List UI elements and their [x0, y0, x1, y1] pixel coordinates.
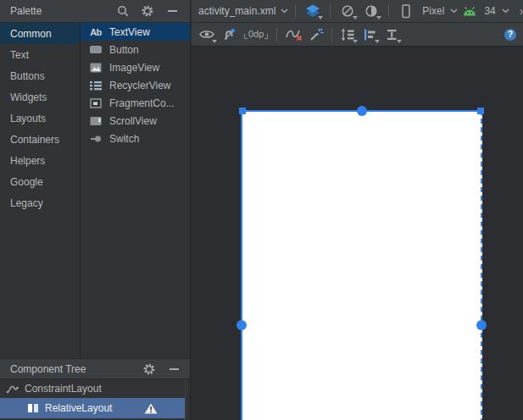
api-level-selector[interactable]: 34 [484, 5, 495, 17]
clear-constraints-icon[interactable] [282, 25, 304, 44]
device-phone-icon[interactable] [396, 2, 416, 20]
palette-item-recyclerview[interactable]: RecyclerView [81, 76, 190, 94]
constraint-anchor-right[interactable] [476, 320, 487, 330]
warning-icon[interactable] [144, 403, 158, 414]
textview-ab-icon: Ab [89, 27, 103, 37]
divider [276, 28, 277, 41]
guidelines-icon-glyph [386, 29, 398, 41]
palette-category-common[interactable]: Common [0, 23, 80, 44]
toolbar-overflow-chevrons[interactable]: » [513, 4, 523, 18]
component-tree: ConstraintLayout RelativeLayout [0, 379, 190, 420]
scrollview-icon [89, 116, 103, 126]
component-tree-title: Component Tree [10, 363, 86, 375]
palette-title: Palette [10, 5, 42, 17]
align-icon-glyph [363, 29, 376, 41]
help-icon[interactable]: ? [504, 29, 516, 41]
android-icon-glyph [462, 6, 477, 17]
device-selector[interactable]: Pixel [422, 5, 444, 17]
gear-icon-glyph [142, 362, 156, 376]
palette-category-list: Common Text Buttons Widgets Layouts Cont… [0, 23, 81, 358]
divider [330, 4, 331, 18]
palette-category-google[interactable]: Google [0, 171, 80, 192]
magnet-icon-glyph [222, 28, 236, 41]
api-chevron-icon[interactable] [502, 8, 509, 14]
palette-category-helpers[interactable]: Helpers [0, 150, 80, 171]
top-toolbar: activity_main.xml [192, 0, 523, 23]
android-api-icon[interactable] [461, 2, 478, 20]
palette-item-scrollview[interactable]: ScrollView [81, 112, 190, 130]
eye-icon-glyph [199, 29, 214, 40]
clear-constraints-glyph [285, 27, 303, 41]
tree-item-constraintlayout[interactable]: ConstraintLayout [0, 379, 190, 398]
design-canvas[interactable] [192, 47, 523, 420]
gear-icon-glyph [141, 4, 154, 18]
recyclerview-icon [89, 80, 103, 91]
palette-category-layouts[interactable]: Layouts [0, 108, 80, 129]
palette-item-list: Ab TextView Button ImageView [81, 23, 190, 358]
palette-item-fragmentcontainerview[interactable]: FragmentCo... [81, 94, 190, 112]
divider [388, 4, 389, 18]
phone-icon-glyph [401, 4, 411, 19]
button-icon [89, 46, 103, 53]
wand-icon-glyph [309, 28, 324, 41]
device-screen-selected-layout[interactable] [241, 110, 482, 420]
palette-item-imageview[interactable]: ImageView [81, 58, 190, 76]
palette-category-widgets[interactable]: Widgets [0, 86, 80, 108]
constraintlayout-icon [6, 384, 19, 395]
imageview-icon [89, 63, 103, 73]
palette-header-actions [115, 3, 180, 19]
relativelayout-icon [26, 403, 40, 413]
component-tree-header: Component Tree [0, 358, 190, 379]
palette-category-containers[interactable]: Containers [0, 129, 80, 150]
default-margin-button[interactable]: 0dp [241, 29, 271, 41]
design-surface-layers-icon[interactable] [303, 2, 323, 20]
palette-header: Palette [0, 0, 190, 23]
constraint-anchor-left[interactable] [236, 320, 247, 330]
palette-item-textview[interactable]: Ab TextView [81, 23, 190, 41]
align-icon[interactable] [359, 25, 380, 44]
palette-body: Common Text Buttons Widgets Layouts Cont… [0, 23, 190, 358]
search-icon[interactable] [115, 3, 131, 19]
fragment-container-icon [89, 98, 103, 108]
device-chevron-icon[interactable] [450, 8, 458, 14]
selection-handle-top-left[interactable] [239, 108, 246, 114]
component-tree-actions [142, 362, 181, 377]
divider [295, 4, 296, 18]
design-toolbar: 0dp [192, 23, 523, 47]
palette-category-legacy[interactable]: Legacy [0, 192, 80, 213]
file-tab[interactable]: activity_main.xml [198, 5, 275, 17]
tree-item-relativelayout[interactable]: RelativeLayout [0, 398, 185, 418]
gear-icon[interactable] [142, 362, 157, 377]
palette-category-buttons[interactable]: Buttons [0, 65, 80, 86]
gear-icon[interactable] [140, 3, 155, 19]
pack-icon[interactable] [337, 25, 358, 44]
file-tab-chevron-icon[interactable] [281, 8, 288, 14]
switch-icon [89, 135, 103, 143]
search-icon-glyph [116, 4, 130, 18]
selection-handle-top-right[interactable] [477, 108, 484, 114]
minimize-icon[interactable] [164, 3, 180, 19]
minimize-icon[interactable] [166, 362, 181, 377]
left-panel: Palette Common [0, 0, 191, 420]
divider [331, 28, 332, 41]
guidelines-icon[interactable] [381, 25, 402, 44]
constraint-anchor-top[interactable] [357, 106, 367, 116]
view-options-eye-icon[interactable] [197, 25, 217, 44]
autoconnect-magnet-icon[interactable] [219, 25, 239, 44]
warning-icon-glyph [144, 403, 158, 414]
palette-category-text[interactable]: Text [0, 44, 80, 65]
infer-constraints-wand-icon[interactable] [306, 25, 326, 44]
ui-mode-icon[interactable] [361, 2, 381, 20]
layout-editor-window: Palette Common [0, 0, 523, 420]
palette-item-switch[interactable]: Switch [81, 130, 190, 147]
palette-item-button[interactable]: Button [81, 41, 190, 58]
orientation-icon[interactable] [337, 2, 358, 20]
editor-area: activity_main.xml [192, 0, 523, 420]
